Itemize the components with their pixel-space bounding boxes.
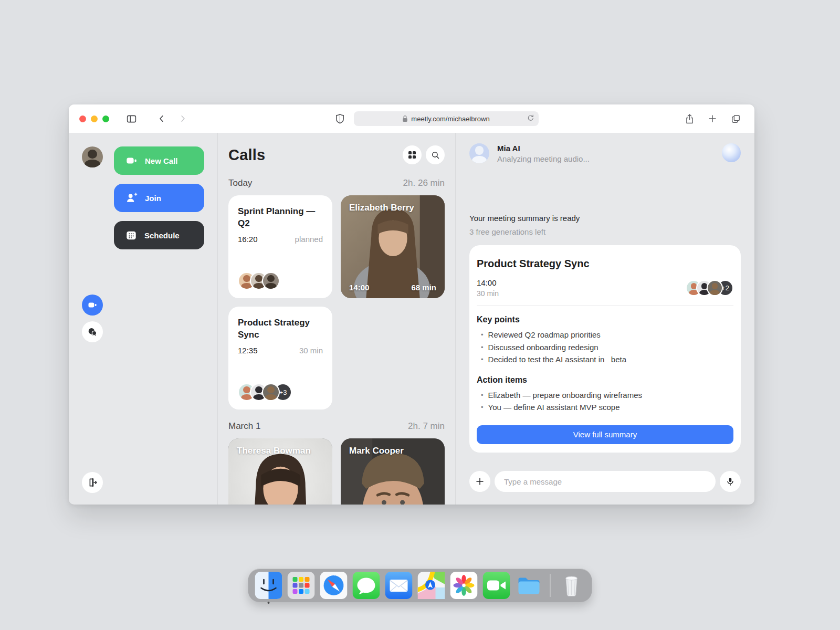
message-composer	[456, 471, 754, 505]
calls-panel: Calls Today	[218, 133, 456, 505]
call-time: 14:00	[349, 283, 369, 292]
video-camera-icon	[87, 300, 98, 310]
join-button[interactable]: Join	[114, 184, 204, 212]
divider	[477, 305, 733, 306]
calls-title: Calls	[228, 146, 265, 164]
dock-mail-icon[interactable]	[385, 572, 413, 599]
grid-icon	[408, 151, 416, 159]
search-icon	[431, 151, 440, 160]
grid-view-button[interactable]	[403, 145, 422, 164]
call-time: 16:20	[238, 235, 258, 244]
call-time: 12:35	[238, 346, 258, 355]
participant-avatar	[707, 280, 723, 296]
participant-avatar	[262, 272, 280, 290]
calendar-icon	[125, 229, 137, 241]
view-full-summary-button[interactable]: View full summary	[477, 425, 733, 444]
dock-separator	[550, 574, 551, 597]
section-today-label: Today	[228, 178, 252, 188]
key-point-item: Decided to test the AI assistant in beta	[477, 353, 733, 366]
section-march-label: March 1	[228, 421, 260, 432]
key-point-item: Discussed onboarding redesign	[477, 341, 733, 354]
ai-orb-icon[interactable]	[722, 143, 741, 162]
key-point-item: Reviewed Q2 roadmap priorities	[477, 329, 733, 341]
forward-button-icon[interactable]	[176, 112, 189, 125]
traffic-lights	[79, 116, 109, 122]
action-item: You — define AI assistant MVP scope	[477, 401, 733, 414]
browser-window: meetly.com/michaelbrown	[69, 104, 754, 505]
assistant-name: Mia AI	[497, 143, 590, 153]
dock-safari-icon[interactable]	[320, 572, 348, 599]
search-button[interactable]	[426, 145, 445, 164]
section-march-total: 2h. 7 min	[408, 421, 445, 432]
voice-message-button[interactable]	[720, 471, 741, 492]
call-card-elizabeth-berry[interactable]: Elizabeth Berry 14:00 68 min	[341, 195, 445, 298]
share-icon[interactable]	[683, 112, 696, 125]
call-status: planned	[295, 235, 323, 244]
dock	[248, 569, 592, 602]
assistant-status: Analyzing meeting audio...	[497, 154, 590, 163]
assistant-panel: Mia AI Analyzing meeting audio... Your m…	[456, 133, 754, 505]
participants-stack: +2	[686, 280, 733, 296]
dock-folder-icon[interactable]	[516, 572, 543, 599]
close-window-button[interactable]	[79, 116, 86, 122]
schedule-label: Schedule	[144, 231, 180, 240]
new-call-button[interactable]: New Call	[114, 146, 204, 175]
call-card-product-strategy[interactable]: Product Strategy Sync 12:35 30 min +3	[228, 307, 332, 410]
action-items-list: Elizabeth — prepare onboarding wireframe…	[477, 389, 733, 414]
privacy-shield-icon[interactable]	[334, 112, 346, 125]
call-duration: 68 min	[411, 283, 436, 292]
meeting-summary-card: Product Strategy Sync 14:00 30 min +2	[469, 245, 741, 453]
call-title: Product Strategy Sync	[238, 317, 323, 341]
caller-name: Theresa Bowman	[237, 446, 326, 456]
summary-ready-text: Your meeting summary is ready	[469, 214, 741, 223]
call-title: Sprint Planning — Q2	[238, 206, 323, 230]
key-points-title: Key points	[477, 315, 733, 324]
left-sidebar: New Call Join	[69, 133, 218, 505]
call-duration: 30 min	[299, 346, 323, 355]
dock-maps-icon[interactable]	[418, 572, 445, 599]
dock-trash-icon[interactable]	[558, 572, 585, 599]
section-today-total: 2h. 26 min	[403, 178, 445, 188]
dock-finder-icon[interactable]	[255, 572, 282, 599]
dock-photos-icon[interactable]	[450, 572, 478, 599]
call-card-mark-cooper[interactable]: Mark Cooper	[341, 438, 445, 505]
participants-stack	[238, 272, 323, 290]
chat-bubbles-icon	[87, 327, 98, 337]
back-button-icon[interactable]	[155, 112, 168, 125]
new-call-label: New Call	[145, 156, 178, 165]
summary-title: Product Strategy Sync	[477, 258, 733, 270]
participant-avatar	[262, 383, 280, 401]
action-items-title: Action items	[477, 375, 733, 385]
join-label: Join	[145, 194, 161, 203]
dock-launchpad-icon[interactable]	[288, 572, 315, 599]
sidebar-toggle-icon[interactable]	[125, 112, 138, 125]
video-camera-icon	[125, 155, 138, 166]
minimize-window-button[interactable]	[91, 116, 98, 122]
caller-name: Elizabeth Berry	[349, 203, 438, 213]
reload-icon[interactable]	[527, 114, 534, 123]
call-card-theresa-bowman[interactable]: Theresa Bowman	[228, 438, 332, 505]
action-item: Elizabeth — prepare onboarding wireframe…	[477, 389, 733, 402]
person-add-icon	[125, 192, 138, 204]
tab-overview-icon[interactable]	[729, 112, 742, 125]
nav-chats-button[interactable]	[82, 321, 103, 342]
caller-name: Mark Cooper	[349, 446, 438, 456]
summary-time: 14:00	[477, 278, 499, 287]
plus-icon	[475, 477, 485, 486]
generations-left-text: 3 free generations left	[469, 227, 741, 236]
user-avatar[interactable]	[82, 146, 103, 167]
summary-duration: 30 min	[477, 289, 499, 298]
zoom-window-button[interactable]	[102, 116, 109, 122]
call-card-sprint-planning[interactable]: Sprint Planning — Q2 16:20 planned	[228, 195, 332, 298]
schedule-button[interactable]: Schedule	[114, 221, 204, 249]
key-points-list: Reviewed Q2 roadmap priorities Discussed…	[477, 329, 733, 366]
url-text: meetly.com/michaelbrown	[411, 115, 489, 123]
address-bar[interactable]: meetly.com/michaelbrown	[354, 111, 539, 126]
attach-button[interactable]	[469, 471, 490, 492]
logout-button[interactable]	[82, 472, 103, 493]
new-tab-icon[interactable]	[706, 112, 719, 125]
message-input[interactable]	[495, 471, 716, 492]
nav-calls-button[interactable]	[82, 295, 103, 316]
dock-facetime-icon[interactable]	[483, 572, 510, 599]
dock-messages-icon[interactable]	[353, 572, 380, 599]
